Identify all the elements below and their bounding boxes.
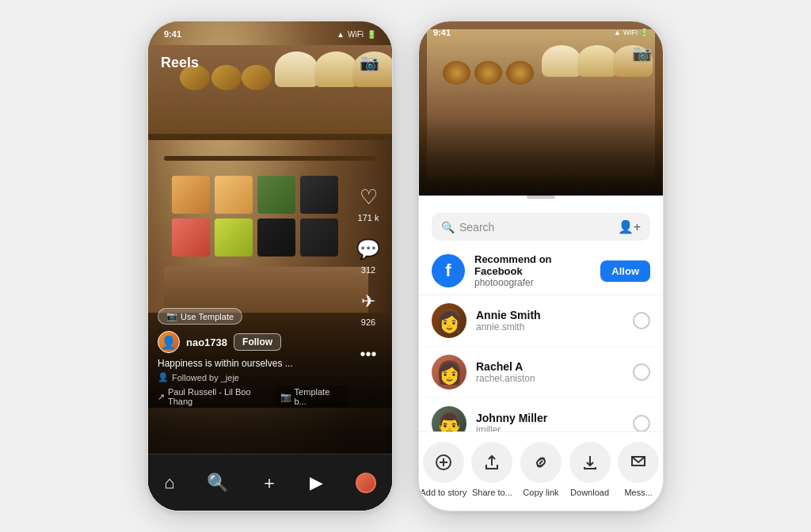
facebook-subtitle: photooografer xyxy=(474,277,591,288)
reels-nav-icon: ▶ xyxy=(310,473,323,493)
phone2-rolls xyxy=(443,61,534,85)
comment-button[interactable]: 💬 312 xyxy=(354,235,383,275)
phone2-battery-icon: 🔋 xyxy=(640,28,649,36)
caption-text: Happiness is within ourselves ... xyxy=(158,358,348,369)
pastry-1 xyxy=(172,176,210,214)
bottom-nav: ⌂ 🔍 ＋ ▶ xyxy=(148,454,392,511)
status-icons: ▲ WiFi 🔋 xyxy=(337,30,376,39)
template-info[interactable]: 📷 Template b... xyxy=(276,386,348,408)
contact-username-annie: annie.smith xyxy=(476,321,623,332)
pastry-6 xyxy=(215,218,253,256)
phone2-background: 9:41 ▲ WiFi 🔋 📷 🔍 Search 👤+ xyxy=(419,21,663,196)
user-row: nao1738 Follow xyxy=(158,331,348,353)
more-button[interactable]: ••• xyxy=(354,340,383,368)
search-icon: 🔍 xyxy=(441,221,455,234)
allow-button[interactable]: Allow xyxy=(600,260,650,282)
music-info: ↗ Paul Russell - Lil Boo Thang 📷 Templat… xyxy=(158,386,348,408)
phone2-loaf-2 xyxy=(577,45,617,77)
nav-add[interactable]: ＋ xyxy=(261,471,278,495)
phone2-roll-3 xyxy=(506,61,534,85)
search-bar[interactable]: 🔍 Search 👤+ xyxy=(432,213,650,241)
right-side-icons: ♡ 171 k 💬 312 ✈ 926 ••• xyxy=(354,183,383,368)
comment-count: 312 xyxy=(361,265,375,275)
pastry-2 xyxy=(215,176,253,214)
facebook-logo: f xyxy=(432,254,465,287)
more-icon: ••• xyxy=(360,345,376,363)
pastry-4 xyxy=(300,176,338,214)
copy-link-button[interactable]: Copy link xyxy=(517,442,565,497)
followed-by: 👤 Followed by _jeje xyxy=(158,372,348,382)
phone2-loaf-1 xyxy=(542,45,581,77)
phone2-signal-icon: ▲ xyxy=(614,28,621,36)
nav-search[interactable]: 🔍 xyxy=(207,473,228,493)
add-story-label: Add to story xyxy=(420,488,466,497)
phone2-status-time: 9:41 xyxy=(433,28,451,37)
drag-handle[interactable] xyxy=(527,196,555,199)
share-sheet: 🔍 Search 👤+ f Recommend on Facebook phot… xyxy=(419,203,663,511)
heart-icon: ♡ xyxy=(360,185,378,210)
facebook-info: Recommend on Facebook photooografer xyxy=(474,253,591,288)
pastry-3 xyxy=(257,176,295,214)
add-people-icon[interactable]: 👤+ xyxy=(618,219,641,234)
radio-johnny[interactable] xyxy=(633,415,650,432)
username-label[interactable]: nao1738 xyxy=(186,336,227,348)
nav-home[interactable]: ⌂ xyxy=(164,473,174,493)
add-story-icon xyxy=(423,442,464,483)
phone-2-share: 9:41 ▲ WiFi 🔋 📷 🔍 Search 👤+ xyxy=(418,21,664,511)
template-small-icon: 📷 xyxy=(280,392,291,402)
follow-button[interactable]: Follow xyxy=(234,333,281,351)
message-icon xyxy=(618,442,659,483)
download-icon xyxy=(569,442,611,483)
like-count: 171 k xyxy=(358,213,379,222)
share-to-icon xyxy=(471,442,512,483)
contact-avatar-annie xyxy=(432,303,466,338)
contact-row-rachel[interactable]: Rachel A rachel.aniston xyxy=(419,347,663,398)
signal-icon: ▲ xyxy=(337,30,345,39)
facebook-title: Recommend on Facebook xyxy=(474,253,591,277)
phone2-roll-2 xyxy=(474,61,502,85)
use-template-button[interactable]: 📷 Use Template xyxy=(158,308,242,325)
avatar-icon: 👤 xyxy=(158,372,169,382)
radio-rachel[interactable] xyxy=(633,363,650,381)
phone2-camera-icon[interactable]: 📷 xyxy=(632,44,652,63)
phone2-status-icons: ▲ WiFi 🔋 xyxy=(614,28,649,36)
facebook-recommend-row: f Recommend on Facebook photooografer Al… xyxy=(419,247,663,295)
pastry-7 xyxy=(257,218,295,256)
search-nav-icon: 🔍 xyxy=(207,473,228,493)
share-button[interactable]: ✈ 926 xyxy=(354,287,383,327)
add-to-story-button[interactable]: Add to story xyxy=(420,442,467,497)
add-icon: ＋ xyxy=(261,471,278,495)
reels-top-bar: Reels 📷 xyxy=(148,47,392,78)
pastry-grid xyxy=(172,176,338,256)
share-count: 926 xyxy=(361,317,375,327)
pastry-5 xyxy=(172,218,210,256)
contact-name-annie: Annie Smith xyxy=(476,309,623,321)
avatar[interactable] xyxy=(158,331,180,353)
status-time: 9:41 xyxy=(164,29,181,39)
phone2-wifi-icon: WiFi xyxy=(623,28,638,36)
comment-icon: 💬 xyxy=(356,238,380,260)
download-button[interactable]: Download xyxy=(566,442,614,497)
message-label: Mess... xyxy=(624,488,652,497)
camera-icon[interactable]: 📷 xyxy=(360,53,379,72)
status-bar: 9:41 ▲ WiFi 🔋 xyxy=(148,21,392,47)
copy-link-label: Copy link xyxy=(523,488,558,497)
contact-info-annie: Annie Smith annie.smith xyxy=(476,309,623,332)
contact-row-annie[interactable]: Annie Smith annie.smith xyxy=(419,295,663,347)
wifi-icon: WiFi xyxy=(348,30,364,39)
share-to-button[interactable]: Share to... xyxy=(468,442,516,497)
message-button[interactable]: Mess... xyxy=(615,442,662,497)
reels-title: Reels xyxy=(161,55,199,71)
arrow-icon: ↗ xyxy=(158,392,165,402)
nav-reels[interactable]: ▶ xyxy=(310,473,323,493)
contact-name-rachel: Rachel A xyxy=(476,360,623,373)
radio-annie[interactable] xyxy=(633,312,650,329)
phone2-status-bar: 9:41 ▲ WiFi 🔋 xyxy=(419,21,663,44)
search-input[interactable]: Search xyxy=(459,221,613,234)
shelf-mid xyxy=(164,156,376,161)
phone2-dark-overlay xyxy=(419,116,663,196)
template-icon: 📷 xyxy=(166,311,177,321)
nav-profile[interactable] xyxy=(356,473,376,493)
use-template-label: Use Template xyxy=(181,312,234,321)
like-button[interactable]: ♡ 171 k xyxy=(354,183,383,222)
